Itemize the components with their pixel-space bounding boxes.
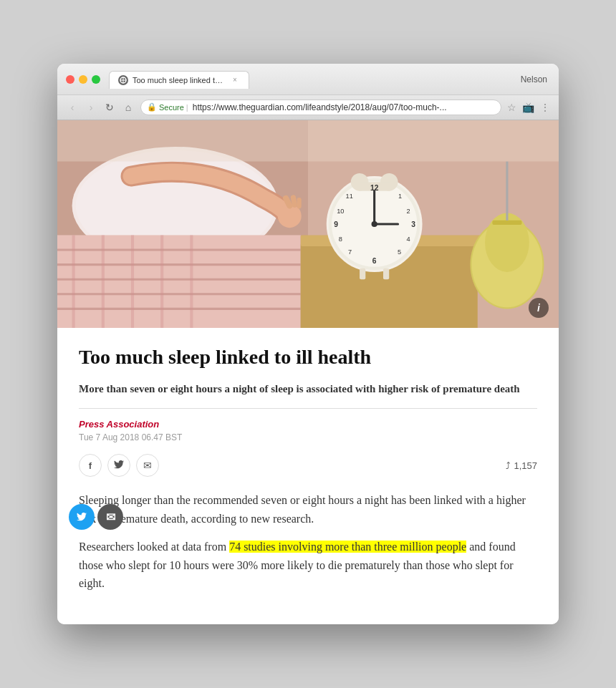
active-tab[interactable]: Too much sleep linked to ill he... × xyxy=(109,71,249,89)
floating-social-buttons: ✉ xyxy=(69,504,123,530)
browser-window: Too much sleep linked to ill he... × Nel… xyxy=(57,64,559,624)
forward-button[interactable]: › xyxy=(85,101,97,114)
address-bar: ‹ › ↻ ⌂ 🔒 Secure | https://www.theguardi… xyxy=(57,95,559,120)
svg-point-46 xyxy=(372,221,377,227)
byline: Press Association xyxy=(79,419,537,430)
lock-icon: 🔒 xyxy=(147,102,157,112)
svg-rect-27 xyxy=(360,268,365,279)
tab-close-button[interactable]: × xyxy=(230,75,240,85)
refresh-button[interactable]: ↻ xyxy=(103,101,116,114)
svg-text:7: 7 xyxy=(348,248,352,256)
traffic-lights xyxy=(66,75,100,84)
floating-email-icon: ✉ xyxy=(106,510,115,524)
address-bar-actions: ☆ 📺 ⋮ xyxy=(507,102,550,113)
svg-text:3: 3 xyxy=(411,221,415,228)
svg-rect-52 xyxy=(57,120,559,162)
svg-text:8: 8 xyxy=(339,236,342,243)
svg-text:2: 2 xyxy=(406,208,410,215)
separator xyxy=(79,408,537,409)
svg-text:11: 11 xyxy=(345,193,352,200)
svg-text:6: 6 xyxy=(372,257,377,265)
hero-image: 12 3 6 9 1 2 4 5 7 8 10 11 xyxy=(57,120,559,328)
minimize-window-button[interactable] xyxy=(79,75,87,84)
svg-line-8 xyxy=(286,198,289,205)
svg-rect-17 xyxy=(72,235,75,328)
highlighted-text: 74 studies involving more than three mil… xyxy=(229,541,466,553)
floating-email-button[interactable]: ✉ xyxy=(97,504,123,530)
twitter-share-button[interactable] xyxy=(107,454,130,477)
article-title: Too much sleep linked to ill health xyxy=(79,345,537,369)
floating-twitter-button[interactable] xyxy=(69,504,95,530)
secure-badge: 🔒 Secure | xyxy=(147,102,188,112)
email-icon: ✉ xyxy=(143,460,152,471)
share-count: ⤴ 1,157 xyxy=(506,460,537,471)
twitter-icon xyxy=(114,460,124,471)
url-bar[interactable]: 🔒 Secure | https://www.theguardian.com/l… xyxy=(140,100,501,115)
email-share-button[interactable]: ✉ xyxy=(136,454,159,477)
article-body: Too much sleep linked to ill health More… xyxy=(57,328,559,624)
image-info-badge[interactable]: i xyxy=(529,298,549,318)
svg-rect-18 xyxy=(102,235,105,328)
svg-line-9 xyxy=(293,198,294,205)
article-paragraph-2: Researchers looked at data from 74 studi… xyxy=(79,538,537,593)
paragraph-1-wrapper: ✉ Sleeping longer than the recommended s… xyxy=(79,491,537,528)
article-paragraph-1: Sleeping longer than the recommended sev… xyxy=(79,491,537,528)
menu-icon[interactable]: ⋮ xyxy=(540,102,550,113)
svg-rect-21 xyxy=(190,235,193,328)
svg-text:9: 9 xyxy=(334,221,338,228)
tab-bar: Too much sleep linked to ill he... × xyxy=(109,71,521,89)
svg-rect-28 xyxy=(383,268,389,279)
title-bar: Too much sleep linked to ill he... × Nel… xyxy=(57,64,559,95)
social-share-bar: f ✉ ⤴ 1,157 xyxy=(79,454,537,477)
profile-name: Nelson xyxy=(521,74,550,84)
facebook-icon: f xyxy=(89,460,92,471)
svg-text:4: 4 xyxy=(406,236,410,243)
close-window-button[interactable] xyxy=(66,75,74,84)
svg-rect-20 xyxy=(160,235,163,328)
share-count-icon: ⤴ xyxy=(506,460,511,471)
back-button[interactable]: ‹ xyxy=(66,101,79,114)
facebook-share-button[interactable]: f xyxy=(79,454,102,477)
tab-title: Too much sleep linked to ill he... xyxy=(133,76,226,84)
svg-text:10: 10 xyxy=(337,208,344,215)
tab-favicon xyxy=(118,75,128,85)
paragraph-1-text: Sleeping longer than the recommended sev… xyxy=(79,494,526,525)
cast-icon[interactable]: 📺 xyxy=(522,102,534,113)
svg-text:5: 5 xyxy=(398,248,401,256)
share-count-value: 1,157 xyxy=(514,460,537,471)
paragraph-2-before: Researchers looked at data from xyxy=(79,541,229,553)
bookmark-icon[interactable]: ☆ xyxy=(507,102,516,113)
svg-rect-50 xyxy=(492,221,521,225)
article-standfirst: More than seven or eight hours a night o… xyxy=(79,381,537,397)
article-content: 12 3 6 9 1 2 4 5 7 8 10 11 xyxy=(57,120,559,624)
secure-label: Secure xyxy=(159,103,184,112)
url-text: https://www.theguardian.com/lifeandstyle… xyxy=(193,102,447,112)
svg-rect-19 xyxy=(131,235,134,328)
share-buttons: f ✉ xyxy=(79,454,159,477)
svg-text:1: 1 xyxy=(398,193,402,200)
maximize-window-button[interactable] xyxy=(92,75,100,84)
dateline: Tue 7 Aug 2018 06.47 BST xyxy=(79,432,537,442)
home-button[interactable]: ⌂ xyxy=(122,101,135,114)
